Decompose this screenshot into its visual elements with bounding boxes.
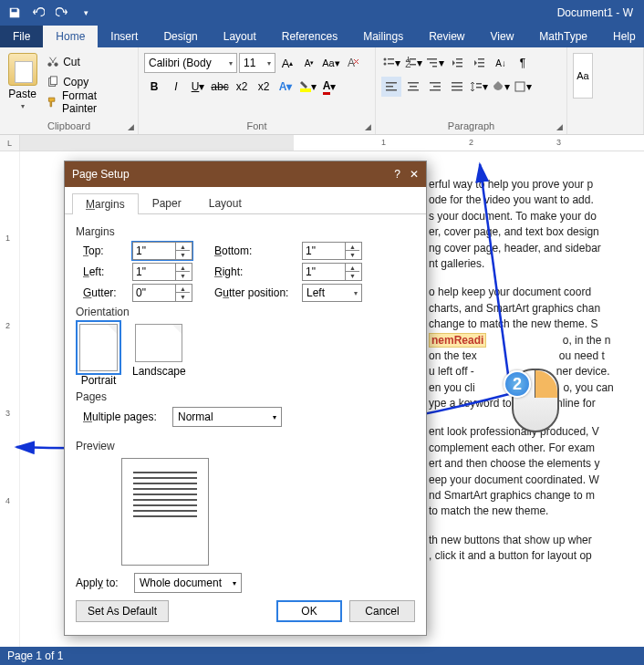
superscript-icon[interactable]: x2 (254, 77, 274, 97)
svg-rect-18 (478, 58, 484, 60)
italic-icon[interactable]: I (166, 77, 186, 97)
set-default-button[interactable]: Set As Default (76, 600, 169, 622)
margin-bottom-input[interactable]: ▲▼ (302, 242, 362, 260)
svg-rect-24 (408, 82, 419, 84)
svg-rect-22 (386, 86, 393, 88)
svg-rect-28 (433, 86, 441, 88)
tab-mathtype[interactable]: MathType (526, 26, 600, 47)
svg-rect-25 (410, 86, 417, 88)
font-launcher-icon[interactable]: ◢ (362, 121, 373, 132)
sort-icon[interactable]: A↓ (491, 53, 511, 73)
dialog-help-icon[interactable]: ? (394, 168, 400, 181)
pilcrow-icon[interactable]: ¶ (513, 53, 533, 73)
align-left-icon[interactable] (381, 77, 401, 97)
horizontal-ruler[interactable]: 1 2 3 (20, 135, 644, 151)
svg-rect-15 (456, 58, 462, 60)
svg-text:A: A (348, 57, 355, 69)
font-name-combo[interactable]: Calibri (Body▾ (144, 53, 237, 73)
svg-rect-3 (300, 88, 311, 92)
format-painter-button[interactable]: Format Painter (43, 93, 132, 111)
font-color-icon[interactable]: A▾ (319, 77, 339, 97)
svg-rect-35 (515, 82, 525, 91)
paste-button[interactable]: Paste ▾ (5, 51, 39, 115)
group-font-label: Font (144, 120, 369, 132)
tab-file[interactable]: File (0, 26, 43, 47)
shrink-font-icon[interactable]: A▾ (299, 53, 319, 73)
tab-insert[interactable]: Insert (98, 26, 151, 47)
tab-view[interactable]: View (478, 26, 527, 47)
save-icon[interactable] (4, 3, 26, 23)
dialog-tab-layout[interactable]: Layout (195, 192, 255, 213)
cancel-button[interactable]: Cancel (349, 600, 415, 622)
subscript-icon[interactable]: x2 (232, 77, 252, 97)
preview-section-label: Preview (76, 440, 415, 452)
change-case-icon[interactable]: Aa▾ (321, 53, 341, 73)
svg-rect-30 (452, 82, 462, 84)
style-normal[interactable]: Aa (573, 53, 593, 99)
qat-more-icon[interactable]: ▾ (75, 3, 97, 23)
gutter-input[interactable]: ▲▼ (132, 284, 192, 302)
copy-button[interactable]: Copy (43, 73, 132, 91)
tab-layout[interactable]: Layout (211, 26, 269, 47)
decrease-indent-icon[interactable] (447, 53, 467, 73)
svg-rect-21 (386, 82, 397, 84)
strike-icon[interactable]: abc (210, 77, 230, 97)
borders-icon[interactable]: ▾ (513, 77, 533, 97)
line-spacing-icon[interactable]: ▾ (469, 77, 489, 97)
numbering-icon[interactable]: 12▾ (403, 53, 423, 73)
undo-icon[interactable] (27, 3, 49, 23)
highlight-icon[interactable]: ▾ (297, 77, 317, 97)
tab-help[interactable]: Help (600, 26, 644, 47)
justify-icon[interactable] (447, 77, 467, 97)
tab-mailings[interactable]: Mailings (350, 26, 416, 47)
cut-button[interactable]: Cut (43, 53, 132, 71)
underline-icon[interactable]: U▾ (188, 77, 208, 97)
svg-text:2: 2 (405, 57, 411, 69)
bullets-icon[interactable]: ▾ (381, 53, 401, 73)
grow-font-icon[interactable]: A▴ (277, 53, 297, 73)
dialog-title: Page Setup (72, 168, 130, 181)
tab-home[interactable]: Home (43, 26, 98, 47)
svg-rect-5 (388, 58, 394, 60)
paste-icon (8, 53, 37, 86)
dialog-tab-paper[interactable]: Paper (139, 192, 195, 213)
tab-references[interactable]: References (269, 26, 350, 47)
svg-rect-31 (452, 86, 462, 88)
text-effects-icon[interactable]: A▾ (275, 77, 296, 97)
svg-rect-11 (410, 64, 416, 66)
gutter-position-select[interactable]: Left▾ (302, 284, 362, 302)
margin-right-input[interactable]: ▲▼ (302, 263, 362, 281)
increase-indent-icon[interactable] (469, 53, 489, 73)
dialog-tab-margins[interactable]: Margins (72, 193, 139, 214)
bold-icon[interactable]: B (144, 77, 164, 97)
tab-design[interactable]: Design (151, 26, 210, 47)
dialog-close-icon[interactable]: ✕ (410, 168, 419, 181)
svg-rect-34 (476, 87, 482, 88)
tab-review[interactable]: Review (416, 26, 477, 47)
margin-top-input[interactable]: ▲▼ (132, 242, 192, 260)
orientation-landscape[interactable]: Landscape (132, 324, 186, 387)
shading-icon[interactable]: ▾ (491, 77, 511, 97)
redo-icon[interactable] (51, 3, 73, 23)
svg-rect-29 (430, 89, 441, 91)
font-size-combo[interactable]: 11▾ (239, 53, 275, 73)
left-label: Left: (83, 265, 127, 278)
svg-rect-27 (430, 82, 441, 84)
orientation-portrait[interactable]: Portrait (79, 324, 118, 387)
status-page[interactable]: Page 1 of 1 (7, 649, 63, 662)
multiple-pages-select[interactable]: Normal▾ (172, 407, 282, 427)
top-label: Top: (83, 244, 127, 257)
multilevel-icon[interactable]: ▾ (425, 53, 445, 73)
document-title: Document1 - W (557, 6, 633, 19)
margin-left-input[interactable]: ▲▼ (132, 263, 192, 281)
vertical-ruler[interactable]: 1 2 3 4 (0, 151, 20, 647)
paragraph-launcher-icon[interactable]: ◢ (554, 121, 565, 132)
align-right-icon[interactable] (425, 77, 445, 97)
clipboard-launcher-icon[interactable]: ◢ (125, 121, 136, 132)
bottom-label: Bottom: (214, 244, 296, 257)
svg-rect-17 (456, 66, 462, 68)
align-center-icon[interactable] (403, 77, 423, 97)
apply-to-select[interactable]: Whole document▾ (134, 573, 242, 593)
clear-format-icon[interactable]: A (343, 53, 363, 73)
ok-button[interactable]: OK (276, 600, 342, 622)
